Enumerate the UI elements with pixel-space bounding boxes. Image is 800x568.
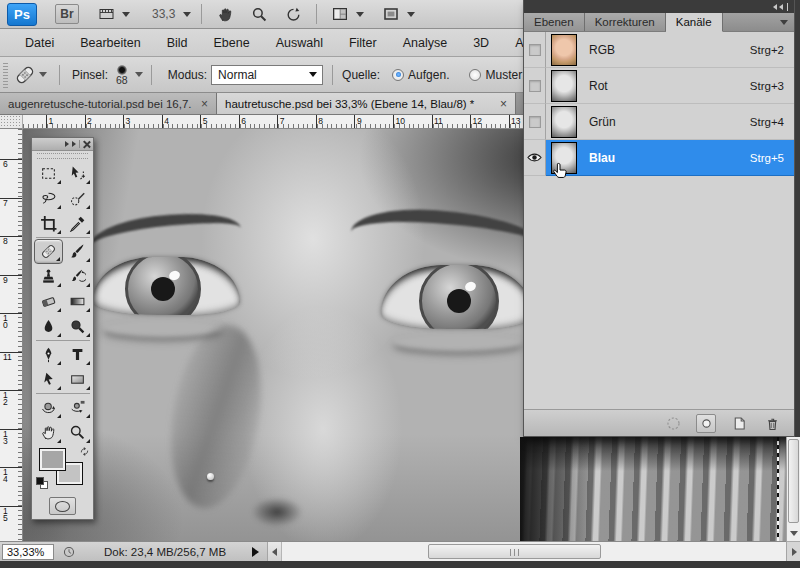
document-tab-1[interactable]: augenretusche-tutorial.psd bei 16,7...×	[0, 93, 217, 114]
type-tool[interactable]	[63, 342, 92, 367]
menu-auswahl[interactable]: Auswahl	[263, 29, 336, 57]
zoom-tool-icon[interactable]	[246, 4, 272, 24]
brush-dropdown-arrow[interactable]	[135, 72, 143, 77]
arrange-documents-icon[interactable]	[327, 4, 353, 24]
hand-tool-icon[interactable]	[212, 4, 238, 24]
expand-dock-icon[interactable]	[65, 141, 69, 147]
hand-tool[interactable]	[34, 420, 63, 445]
lasso-tool[interactable]	[34, 186, 63, 211]
3d-rotate-tool[interactable]	[34, 395, 63, 420]
menu-3d[interactable]: 3D	[460, 29, 502, 57]
foreground-color-swatch[interactable]	[39, 448, 66, 471]
tool-flyout-indicator	[57, 180, 61, 184]
crop-tool[interactable]	[34, 211, 63, 236]
tools-palette-titlebar[interactable]	[32, 138, 93, 151]
mode-select[interactable]: Normal	[211, 65, 323, 85]
scroll-right-arrow[interactable]	[787, 541, 800, 561]
view-extras-dropdown-arrow[interactable]	[122, 12, 130, 17]
path-selection-tool[interactable]	[34, 367, 63, 392]
load-channel-selection-icon[interactable]	[663, 414, 683, 433]
gradient-tool[interactable]	[63, 289, 92, 314]
visibility-toggle-empty[interactable]	[524, 32, 546, 68]
dodge-tool[interactable]	[63, 314, 92, 339]
zoom-level-value[interactable]: 33,3	[152, 7, 175, 21]
view-extras-icon[interactable]	[93, 4, 119, 24]
status-timer-icon[interactable]	[62, 545, 76, 559]
swap-colors-icon[interactable]	[79, 446, 90, 457]
status-flyout-arrow[interactable]	[252, 547, 259, 557]
collapse-dock-icon[interactable]	[779, 4, 783, 10]
arrange-documents-dropdown-arrow[interactable]	[356, 12, 364, 17]
quick-mask-button[interactable]	[49, 497, 76, 515]
new-channel-icon[interactable]	[729, 414, 749, 433]
panel-tab-ebenen[interactable]: Ebenen	[524, 13, 585, 31]
rotate-view-tool-icon[interactable]	[280, 4, 306, 24]
menu-filter[interactable]: Filter	[336, 29, 390, 57]
bridge-button[interactable]: Br	[55, 4, 79, 24]
tool-flyout-indicator	[86, 386, 90, 390]
ruler-vertical[interactable]: 6789101112131415	[0, 129, 23, 541]
tab-close-icon[interactable]: ×	[201, 99, 208, 109]
menu-bild[interactable]: Bild	[154, 29, 201, 57]
save-selection-as-channel-icon[interactable]	[696, 414, 716, 433]
source-sampled-radio[interactable]	[392, 69, 404, 81]
3d-orbit-tool[interactable]	[63, 395, 92, 420]
close-palette-icon[interactable]	[83, 141, 90, 148]
palette-drag-grip[interactable]	[37, 153, 88, 159]
panel-tab-kanle[interactable]: Kanäle	[666, 13, 723, 32]
expand-dock-icon[interactable]	[72, 141, 76, 147]
channel-row-grn[interactable]: GrünStrg+4	[524, 104, 794, 140]
channel-row-rgb[interactable]: RGBStrg+2	[524, 32, 794, 68]
source-pattern-label: Muster:	[485, 68, 525, 82]
clone-stamp-tool[interactable]	[34, 264, 63, 289]
tab-close-icon[interactable]: ×	[500, 99, 507, 109]
channel-thumbnail[interactable]	[551, 34, 577, 66]
color-swatches	[32, 445, 93, 493]
menu-bearbeiten[interactable]: Bearbeiten	[67, 29, 153, 57]
rectangular-marquee-tool[interactable]	[34, 161, 63, 186]
horizontal-scrollbar-thumb[interactable]	[428, 544, 601, 559]
move-tool[interactable]	[63, 161, 92, 186]
channel-row-rot[interactable]: RotStrg+3	[524, 68, 794, 104]
panel-tab-korrekturen[interactable]: Korrekturen	[585, 13, 666, 31]
shape-tool[interactable]	[63, 367, 92, 392]
vertical-scrollbar-thumb[interactable]	[788, 439, 799, 523]
visibility-toggle-empty[interactable]	[524, 68, 546, 104]
quick-selection-tool[interactable]	[63, 186, 92, 211]
channel-thumbnail[interactable]	[551, 70, 577, 102]
healing-brush-tool[interactable]	[34, 239, 63, 264]
screen-mode-dropdown-arrow[interactable]	[407, 12, 415, 17]
tool-preset-picker[interactable]	[8, 64, 55, 86]
collapse-dock-icon[interactable]	[773, 4, 777, 10]
document-tab-2[interactable]: hautretusche.psd bei 33,3% (Ebene 14, Bl…	[217, 93, 516, 114]
eyedropper-tool[interactable]	[63, 211, 92, 236]
horizontal-scrollbar[interactable]	[267, 542, 786, 562]
history-brush-tool[interactable]	[63, 264, 92, 289]
zoom-dropdown-arrow[interactable]	[183, 12, 191, 17]
visibility-eye-icon[interactable]	[524, 140, 546, 176]
visibility-toggle-empty[interactable]	[524, 104, 546, 140]
source-pattern-radio[interactable]	[469, 69, 481, 81]
screen-mode-icon[interactable]	[378, 4, 404, 24]
panel-menu-icon[interactable]	[780, 20, 788, 25]
channel-thumbnail[interactable]	[551, 106, 577, 138]
ruler-number: 5	[203, 116, 208, 126]
pen-tool[interactable]	[34, 342, 63, 367]
ruler-horizontal[interactable]: 12345678910111213	[23, 115, 523, 129]
menu-analyse[interactable]: Analyse	[390, 29, 460, 57]
delete-channel-icon[interactable]	[762, 414, 782, 433]
status-zoom-field[interactable]: 33,33%	[2, 544, 54, 560]
brush-size-preview[interactable]: 68	[116, 65, 128, 85]
scroll-left-arrow[interactable]	[268, 542, 282, 562]
panel-dock-titlebar[interactable]	[524, 0, 794, 13]
zoom-tool[interactable]	[63, 420, 92, 445]
vertical-scrollbar[interactable]	[786, 437, 800, 561]
menu-datei[interactable]: Datei	[12, 29, 67, 57]
scroll-down-arrow[interactable]	[787, 525, 800, 541]
brush-tool[interactable]	[63, 239, 92, 264]
document-size-info[interactable]: Dok: 23,4 MB/256,7 MB	[104, 546, 226, 558]
menu-ebene[interactable]: Ebene	[201, 29, 263, 57]
default-colors-icon[interactable]	[36, 477, 48, 489]
blur-tool[interactable]	[34, 314, 63, 339]
eraser-tool[interactable]	[34, 289, 63, 314]
